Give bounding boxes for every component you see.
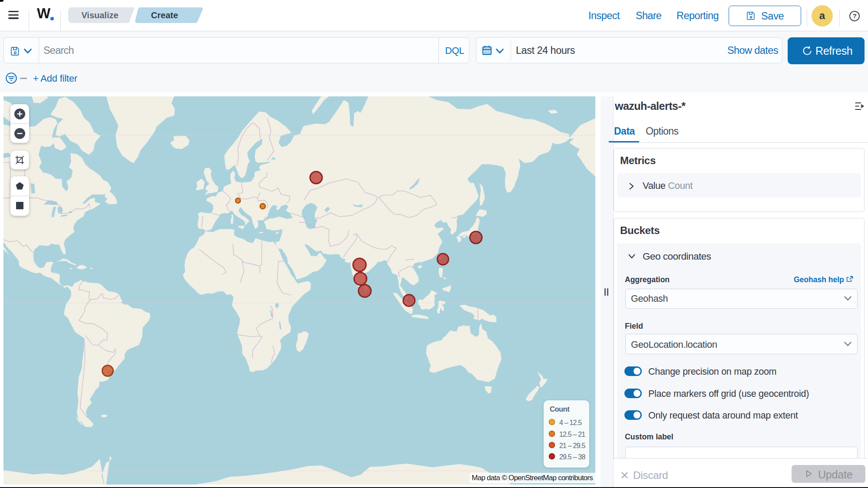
svg-text:Visualize: Visualize [81,10,118,20]
svg-text:Create: Create [151,10,178,20]
